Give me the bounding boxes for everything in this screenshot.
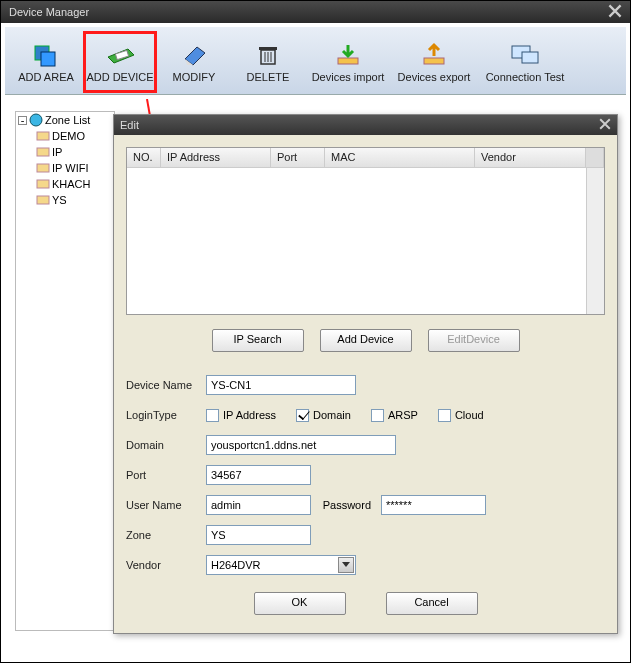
ip-search-button[interactable]: IP Search (212, 329, 304, 352)
close-icon[interactable] (608, 4, 622, 20)
monitor-icon (509, 41, 541, 69)
user-name-label: User Name (126, 499, 206, 511)
add-area-label: ADD AREA (18, 71, 74, 83)
devices-export-button[interactable]: Devices export (391, 31, 477, 93)
svg-marker-23 (342, 562, 350, 567)
col-no[interactable]: NO. (127, 148, 161, 167)
vendor-value[interactable] (206, 555, 356, 575)
window-title: Device Manager (9, 6, 89, 18)
close-icon[interactable] (599, 118, 611, 132)
devices-import-label: Devices import (312, 71, 385, 83)
port-input[interactable] (206, 465, 311, 485)
list-body[interactable] (127, 168, 586, 315)
list-header: NO. IP Address Port MAC Vendor (127, 148, 604, 168)
domain-opt: Domain (313, 409, 351, 421)
add-device-dialog-button[interactable]: Add Device (320, 329, 412, 352)
svg-rect-7 (259, 47, 277, 50)
svg-rect-1 (41, 52, 55, 66)
domain-input[interactable] (206, 435, 396, 455)
tree-item-label: YS (52, 194, 67, 206)
tree-item-label: KHACH (52, 178, 91, 190)
password-label: Password (311, 499, 381, 511)
arsp-opt: ARSP (388, 409, 418, 421)
add-area-button[interactable]: ADD AREA (9, 31, 83, 93)
folder-icon (36, 145, 50, 159)
tree-item[interactable]: IP (16, 144, 114, 160)
svg-rect-19 (37, 180, 49, 188)
folder-icon (36, 161, 50, 175)
tree-root[interactable]: - Zone List (16, 112, 114, 128)
vendor-select[interactable] (206, 555, 356, 575)
device-name-label: Device Name (126, 379, 206, 391)
zone-label: Zone (126, 529, 206, 541)
devices-export-label: Devices export (398, 71, 471, 83)
folder-icon (36, 177, 50, 191)
tree-item[interactable]: YS (16, 192, 114, 208)
ok-button[interactable]: OK (254, 592, 346, 615)
device-manager-window: Device Manager ADD AREA ADD DEVICE MODIF… (0, 0, 631, 663)
edit-device-button: EditDevice (428, 329, 520, 352)
zone-input[interactable] (206, 525, 311, 545)
delete-label: DELETE (247, 71, 290, 83)
domain-checkbox[interactable] (296, 409, 309, 422)
search-buttons: IP Search Add Device EditDevice (126, 329, 605, 352)
chevron-down-icon[interactable] (338, 557, 354, 573)
col-ip[interactable]: IP Address (161, 148, 271, 167)
window-titlebar: Device Manager (1, 1, 630, 23)
ip-address-checkbox[interactable] (206, 409, 219, 422)
tree-root-label: Zone List (45, 114, 90, 126)
device-name-input[interactable] (206, 375, 356, 395)
upload-icon (418, 41, 450, 69)
delete-button[interactable]: DELETE (231, 31, 305, 93)
cloud-checkbox[interactable] (438, 409, 451, 422)
tree-item[interactable]: DEMO (16, 128, 114, 144)
devices-import-button[interactable]: Devices import (305, 31, 391, 93)
modify-button[interactable]: MODIFY (157, 31, 231, 93)
domain-label: Domain (126, 439, 206, 451)
trash-icon (252, 41, 284, 69)
cancel-button[interactable]: Cancel (386, 592, 478, 615)
ip-address-opt: IP Address (223, 409, 276, 421)
svg-rect-11 (338, 58, 358, 64)
tree-item[interactable]: KHACH (16, 176, 114, 192)
edit-titlebar: Edit (114, 115, 617, 135)
folder-icon (36, 193, 50, 207)
modify-label: MODIFY (173, 71, 216, 83)
edit-body: NO. IP Address Port MAC Vendor IP Search… (114, 135, 617, 627)
connection-test-label: Connection Test (486, 71, 565, 83)
svg-rect-20 (37, 196, 49, 204)
scrollbar[interactable] (586, 168, 604, 315)
scrollbar-head (586, 148, 604, 167)
svg-rect-12 (424, 58, 444, 64)
add-device-label: ADD DEVICE (86, 71, 153, 83)
zone-tree[interactable]: - Zone List DEMO IP IP WIFI KHACH YS (15, 111, 115, 631)
col-vendor[interactable]: Vendor (475, 148, 586, 167)
password-input[interactable] (381, 495, 486, 515)
tree-item-label: DEMO (52, 130, 85, 142)
arsp-checkbox[interactable] (371, 409, 384, 422)
device-list[interactable]: NO. IP Address Port MAC Vendor (126, 147, 605, 315)
globe-icon (29, 113, 43, 127)
add-device-icon (104, 41, 136, 69)
user-name-input[interactable] (206, 495, 311, 515)
dialog-buttons: OK Cancel (126, 592, 605, 615)
toolbar: ADD AREA ADD DEVICE MODIFY DELETE Device… (5, 27, 626, 95)
port-label: Port (126, 469, 206, 481)
connection-test-button[interactable]: Connection Test (477, 31, 573, 93)
tree-item[interactable]: IP WIFI (16, 160, 114, 176)
svg-point-15 (30, 114, 42, 126)
eraser-icon (178, 41, 210, 69)
edit-dialog: Edit NO. IP Address Port MAC Vendor (113, 114, 618, 634)
login-type-label: LoginType (126, 409, 206, 421)
add-device-button[interactable]: ADD DEVICE (83, 31, 157, 93)
edit-title-text: Edit (120, 119, 139, 131)
svg-rect-16 (37, 132, 49, 140)
minus-icon: - (18, 116, 27, 125)
vendor-label: Vendor (126, 559, 206, 571)
folder-icon (36, 129, 50, 143)
svg-rect-14 (522, 52, 538, 63)
col-mac[interactable]: MAC (325, 148, 475, 167)
tree-item-label: IP WIFI (52, 162, 88, 174)
col-port[interactable]: Port (271, 148, 325, 167)
svg-rect-18 (37, 164, 49, 172)
